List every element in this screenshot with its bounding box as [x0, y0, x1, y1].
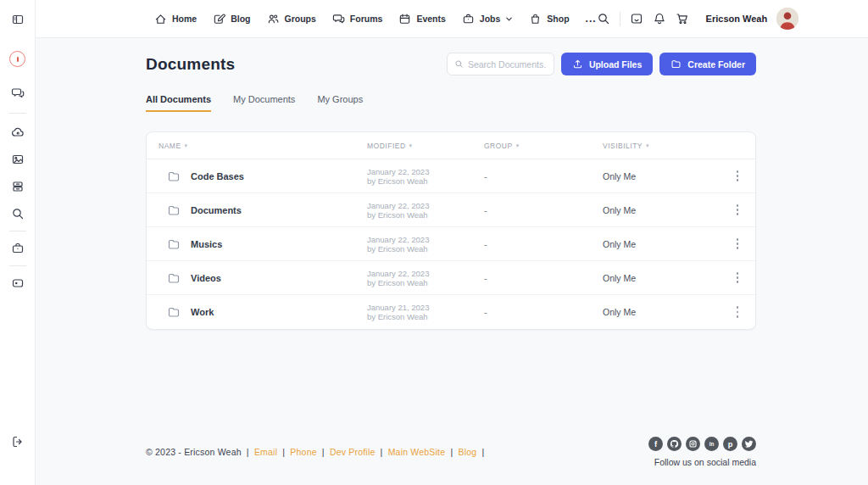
nav-item-blog[interactable]: Blog	[213, 13, 250, 25]
cart-button[interactable]	[676, 12, 689, 25]
chat-button[interactable]	[8, 86, 27, 101]
footer-copyright-row: © 2023 - Ericson Weah | Email | Phone | …	[146, 447, 487, 457]
vertical-divider	[620, 12, 620, 26]
footer-link-main-website[interactable]: Main WebSite	[388, 447, 446, 457]
twitter-icon	[742, 437, 756, 451]
messages-button[interactable]	[630, 12, 643, 25]
kebab-icon	[737, 238, 739, 241]
row-author: by Ericson Weah	[367, 176, 484, 186]
search-button[interactable]	[597, 12, 610, 25]
social-pinterest-button[interactable]: p	[723, 437, 737, 451]
documents-search-input[interactable]	[468, 59, 547, 70]
folder-icon	[167, 203, 181, 217]
cloud-button[interactable]	[8, 125, 27, 140]
gallery-button[interactable]	[8, 152, 27, 167]
separator: |	[322, 447, 325, 457]
nav-label: Shop	[547, 14, 569, 24]
separator: |	[282, 447, 285, 457]
more-dots-icon: ...	[586, 13, 597, 25]
nav-item-groups[interactable]: Groups	[267, 13, 316, 25]
table-row[interactable]: Musics January 22, 2023by Ericson Weah -…	[147, 227, 755, 261]
footer-link-phone[interactable]: Phone	[290, 447, 316, 457]
stack-button[interactable]	[8, 179, 27, 194]
nav-item-jobs[interactable]: Jobs	[462, 13, 514, 25]
table-row[interactable]: Work January 21, 2023by Ericson Weah - O…	[147, 295, 755, 329]
chat-icon	[11, 86, 25, 100]
page-title: Documents	[146, 55, 235, 74]
record-status-icon	[17, 57, 19, 62]
social-twitter-button[interactable]	[742, 437, 756, 451]
column-header-modified[interactable]: MODIFIED▾	[367, 142, 484, 150]
left-sidebar	[0, 0, 36, 485]
row-name: Documents	[191, 205, 242, 215]
table-row[interactable]: Videos January 22, 2023by Ericson Weah -…	[147, 261, 755, 295]
table-row[interactable]: Documents January 22, 2023by Ericson Wea…	[147, 193, 755, 227]
column-label: NAME	[159, 142, 181, 150]
kebab-icon	[737, 179, 739, 181]
sidebar-jobs-button[interactable]	[8, 241, 27, 256]
column-header-name[interactable]: NAME▾	[159, 142, 367, 150]
search-icon	[597, 12, 610, 25]
sidebar-search-button[interactable]	[8, 206, 27, 221]
row-visibility: Only Me	[603, 273, 730, 283]
row-actions-button[interactable]	[730, 201, 745, 219]
sort-icon: ▾	[646, 142, 649, 149]
avatar[interactable]	[776, 8, 798, 30]
nav-item-events[interactable]: Events	[398, 13, 445, 25]
sidebar-toggle-button[interactable]	[8, 12, 27, 27]
stack-icon	[11, 180, 25, 193]
row-actions-button[interactable]	[730, 303, 745, 321]
media-button[interactable]	[8, 276, 27, 291]
kebab-icon	[737, 213, 739, 215]
row-name-cell: Documents	[159, 203, 367, 217]
row-actions-button[interactable]	[730, 235, 745, 253]
jobs-icon	[462, 13, 475, 25]
nav-label: Jobs	[480, 14, 501, 24]
footer-social: f in p	[648, 437, 756, 467]
separator: |	[450, 447, 453, 457]
table-row[interactable]: Code Bases January 22, 2023by Ericson We…	[147, 159, 755, 193]
nav-item-home[interactable]: Home	[154, 13, 197, 25]
nav-item-shop[interactable]: Shop	[529, 13, 569, 25]
row-actions-button[interactable]	[730, 167, 745, 185]
row-name: Musics	[191, 239, 222, 249]
sidebar-divider	[9, 113, 26, 114]
nav-more-button[interactable]: ...	[586, 13, 597, 25]
cart-icon	[676, 12, 689, 25]
sort-icon: ▾	[409, 142, 413, 149]
row-name-cell: Musics	[159, 237, 367, 251]
kebab-icon	[737, 311, 739, 314]
tab-my-groups[interactable]: My Groups	[317, 94, 363, 112]
social-facebook-button[interactable]: f	[648, 437, 663, 451]
record-status-button[interactable]	[9, 51, 25, 67]
linkedin-icon: in	[704, 437, 719, 451]
row-name: Videos	[191, 273, 221, 283]
folder-icon	[167, 170, 181, 183]
row-group: -	[484, 307, 603, 317]
notifications-button[interactable]	[653, 12, 666, 25]
logout-button[interactable]	[8, 434, 27, 449]
facebook-icon: f	[648, 437, 663, 451]
column-header-visibility[interactable]: VISIBILITY▾	[603, 142, 730, 150]
social-github-button[interactable]	[667, 437, 682, 451]
row-name: Work	[191, 307, 214, 317]
row-actions-button[interactable]	[730, 269, 745, 287]
social-instagram-button[interactable]	[686, 437, 700, 451]
row-group: -	[484, 205, 603, 215]
footer-link-blog[interactable]: Blog	[458, 447, 476, 457]
footer-link-dev-profile[interactable]: Dev Profile	[330, 447, 376, 457]
user-name[interactable]: Ericson Weah	[706, 14, 768, 24]
tab-all-documents[interactable]: All Documents	[146, 94, 211, 112]
nav-item-forums[interactable]: Forums	[332, 13, 383, 25]
page-footer: © 2023 - Ericson Weah | Email | Phone | …	[146, 437, 756, 467]
tab-my-documents[interactable]: My Documents	[233, 94, 295, 112]
column-header-group[interactable]: GROUP▾	[484, 142, 603, 150]
github-icon	[667, 437, 682, 451]
social-linkedin-button[interactable]: in	[704, 437, 719, 451]
create-folder-button[interactable]: Create Folder	[659, 53, 756, 75]
footer-link-email[interactable]: Email	[254, 447, 277, 457]
logout-icon	[11, 435, 25, 449]
topbar-actions: Ericson Weah	[597, 8, 799, 30]
upload-files-button[interactable]: Upload Files	[561, 53, 653, 75]
main-nav: Home Blog Groups Forums Events Jobs	[154, 13, 597, 25]
